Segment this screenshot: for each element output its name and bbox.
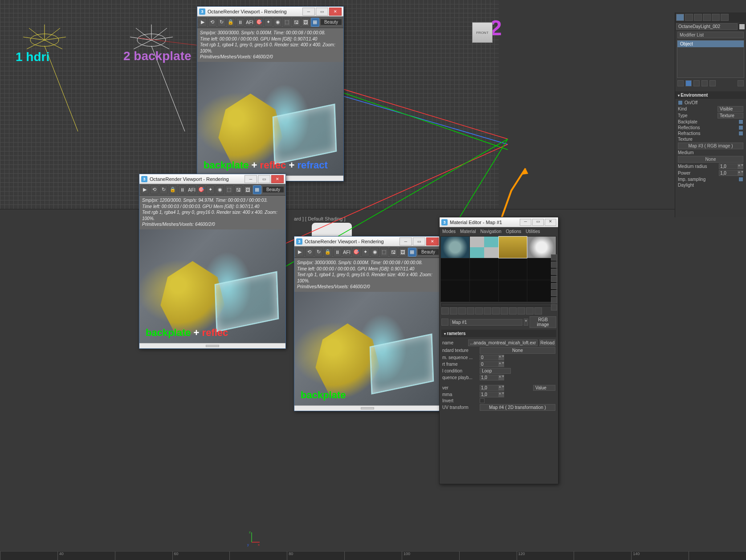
sample-type-icon[interactable] — [551, 254, 557, 261]
minimize-button[interactable]: ─ — [302, 8, 315, 16]
modifier-stack[interactable]: Object — [677, 40, 744, 78]
resize-grip[interactable] — [139, 343, 285, 348]
toolbar-button[interactable]: ⟲ — [208, 18, 216, 27]
toolbar-button[interactable]: ⬚ — [225, 185, 233, 194]
close-button[interactable]: ✕ — [329, 8, 342, 16]
menu-modes[interactable]: Modes — [442, 229, 456, 234]
refractions-checkbox[interactable] — [738, 131, 743, 136]
make-preview-icon[interactable] — [551, 290, 557, 296]
octane-window-2[interactable]: 3 OctaneRender Viewport - Rendering ─ ▭ … — [139, 174, 286, 349]
menu-navigation[interactable]: Navigation — [481, 229, 501, 234]
toolbar-button[interactable]: 🔒 — [169, 185, 177, 194]
hdri-sun-gizmo[interactable] — [18, 25, 107, 137]
toolbar-button[interactable]: 🎯 — [352, 248, 360, 257]
toolbar-button[interactable]: ▶ — [199, 18, 207, 27]
modify-tab-icon[interactable] — [685, 14, 693, 21]
toolbar-button[interactable]: ↻ — [217, 18, 226, 27]
close-button[interactable]: ✕ — [426, 237, 439, 245]
toolbar-button[interactable]: 🎯 — [197, 185, 205, 194]
menu-options[interactable]: Options — [506, 229, 521, 234]
reflections-checkbox[interactable] — [738, 125, 743, 130]
material-slot[interactable] — [441, 258, 469, 280]
display-tab-icon[interactable] — [712, 14, 720, 21]
stack-options-icon[interactable] — [738, 80, 744, 86]
aov-select[interactable]: Beauty — [417, 249, 439, 255]
background-icon[interactable] — [551, 269, 557, 275]
material-name-field[interactable]: Map #1 — [450, 319, 522, 326]
material-slot[interactable] — [441, 280, 469, 302]
title-bar[interactable]: 3 OctaneRender Viewport - Rendering ─ ▭ … — [197, 7, 343, 16]
render-canvas[interactable]: backplate + reflec + refract — [197, 62, 343, 176]
toolbar-button[interactable]: ▶ — [296, 248, 304, 257]
invert-checkbox[interactable] — [480, 398, 485, 403]
type-dropdown[interactable]: Texture — [717, 113, 743, 119]
show-end-result-icon[interactable] — [685, 80, 692, 86]
pin-stack-icon[interactable] — [677, 80, 684, 86]
uvtransform-button[interactable]: Map #4 ( 2D transformation ) — [480, 404, 555, 411]
minimize-button[interactable]: ─ — [399, 237, 412, 245]
environment-rollout-header[interactable]: Environment — [675, 91, 746, 99]
toolbar-button[interactable]: 🔒 — [227, 18, 235, 27]
pick-material-icon[interactable] — [441, 319, 448, 326]
material-name-dropdown[interactable]: ▼ — [524, 319, 528, 326]
toolbar-button[interactable]: 🖼 — [399, 248, 407, 257]
close-button[interactable]: ✕ — [545, 219, 556, 226]
material-slot[interactable] — [470, 237, 498, 258]
toolbar-button[interactable]: ⬚ — [380, 248, 388, 257]
show-map-icon[interactable] — [509, 307, 517, 315]
put-to-scene-icon[interactable] — [450, 307, 457, 315]
toolbar-button[interactable]: 🖫 — [292, 18, 301, 27]
stdtex-button[interactable]: None — [480, 347, 555, 354]
medium-radius-spinner[interactable]: ▲▼ — [719, 164, 743, 169]
toolbar-button[interactable]: ✦ — [361, 248, 370, 257]
toolbar-button[interactable]: ▦ — [408, 248, 416, 257]
material-slot[interactable] — [470, 280, 498, 302]
put-to-library-icon[interactable] — [492, 307, 500, 315]
material-slot[interactable] — [499, 258, 527, 280]
show-end-result-icon[interactable] — [518, 307, 525, 315]
toolbar-button[interactable]: ✦ — [206, 185, 215, 194]
toolbar-button[interactable]: ⏸ — [333, 248, 342, 257]
octane-window-1[interactable]: 3 OctaneRender Viewport - Rendering ─ ▭ … — [197, 6, 344, 181]
maximize-button[interactable]: ▭ — [532, 219, 544, 226]
title-bar[interactable]: 3 OctaneRender Viewport - Rendering ─ ▭ … — [139, 174, 285, 184]
toolbar-button[interactable]: 🖼 — [244, 185, 252, 194]
menu-material[interactable]: Material — [460, 229, 476, 234]
toolbar-button[interactable]: 🖼 — [302, 18, 310, 27]
seq-spinner[interactable]: ▲▼ — [480, 355, 504, 360]
go-to-parent-icon[interactable] — [526, 307, 534, 315]
toolbar-button[interactable]: AFI — [342, 248, 351, 257]
aov-select[interactable]: Beauty — [262, 186, 284, 193]
material-editor-window[interactable]: 3 Material Editor - Map #1 ─ ▭ ✕ Modes M… — [439, 217, 558, 484]
toolbar-button[interactable]: 🖫 — [389, 248, 398, 257]
reload-button[interactable]: Reload — [539, 339, 555, 346]
video-check-icon[interactable] — [551, 283, 557, 289]
material-slot-selected[interactable] — [499, 237, 527, 258]
pbspeed-spinner[interactable]: ▲▼ — [480, 375, 504, 380]
toolbar-button[interactable]: ↻ — [314, 248, 323, 257]
medium-button[interactable]: None — [678, 156, 743, 163]
resize-grip[interactable] — [294, 405, 440, 411]
maximize-button[interactable]: ▭ — [413, 237, 425, 245]
toolbar-button[interactable]: ⟲ — [305, 248, 314, 257]
modifier-list-dropdown[interactable]: Modifier List — [677, 32, 744, 38]
toolbar-button[interactable]: AFI — [188, 185, 196, 194]
toolbar-button[interactable]: 🎯 — [255, 18, 263, 27]
aov-select[interactable]: Beauty — [320, 19, 342, 25]
assign-to-selection-icon[interactable] — [458, 307, 466, 315]
viewcube[interactable]: FRONT — [472, 22, 493, 43]
toolbar-button[interactable]: ◉ — [273, 18, 282, 27]
title-bar[interactable]: 3 OctaneRender Viewport - Rendering ─ ▭ … — [294, 237, 440, 246]
toolbar-button[interactable]: AFI — [245, 18, 254, 27]
slot-scrollbar[interactable] — [441, 303, 556, 307]
power-spinner[interactable]: ▲▼ — [719, 170, 743, 176]
backlight-icon[interactable] — [551, 262, 557, 268]
filename-field[interactable]: ...anada_montreal_micah_loft.exr — [468, 339, 538, 346]
object-color-swatch[interactable] — [739, 24, 745, 30]
toolbar-button[interactable]: ✦ — [264, 18, 273, 27]
toolbar-button[interactable]: ▦ — [311, 18, 319, 27]
minimize-button[interactable]: ─ — [520, 219, 531, 226]
remove-modifier-icon[interactable] — [701, 80, 708, 86]
toolbar-button[interactable]: ↻ — [159, 185, 168, 194]
octane-window-3[interactable]: 3 OctaneRender Viewport - Rendering ─ ▭ … — [294, 236, 441, 411]
